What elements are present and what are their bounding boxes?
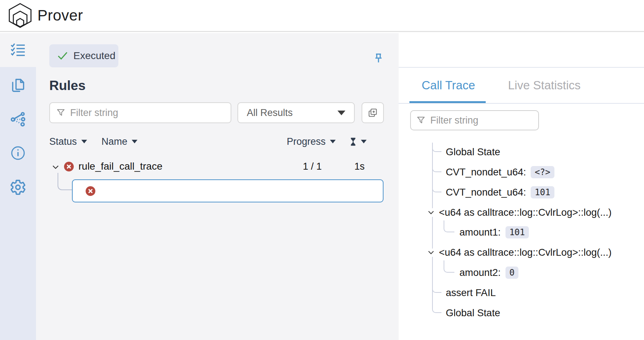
sidebar-item-files[interactable] bbox=[0, 68, 36, 103]
node-value-badge: 0 bbox=[505, 267, 518, 279]
checklist-icon bbox=[10, 42, 26, 58]
tree-branch bbox=[432, 166, 441, 172]
tabbar-border bbox=[399, 103, 644, 104]
chevron-down-icon[interactable] bbox=[428, 251, 434, 254]
tab-live-statistics[interactable]: Live Statistics bbox=[508, 79, 581, 92]
column-label: Name bbox=[101, 136, 127, 147]
tree-child-connector bbox=[444, 260, 454, 273]
rules-panel: Executed Rules All Results bbox=[36, 33, 399, 340]
sidebar-item-info[interactable] bbox=[0, 136, 36, 170]
sort-caret-icon bbox=[81, 140, 87, 143]
prover-logo bbox=[7, 3, 33, 28]
tree-line bbox=[432, 217, 433, 249]
column-header-progress[interactable]: Progress bbox=[287, 134, 336, 149]
tree-branch bbox=[432, 187, 441, 192]
app-header: Prover bbox=[0, 0, 644, 32]
node-label: <u64 as calltrace::log::CvlrLog>::log(..… bbox=[439, 207, 612, 218]
node-label: assert FAIL bbox=[446, 287, 496, 299]
sidebar-item-rules[interactable] bbox=[0, 33, 36, 67]
results-dropdown-value: All Results bbox=[247, 107, 337, 118]
rules-filter-field bbox=[49, 102, 231, 123]
column-header-duration[interactable] bbox=[350, 134, 367, 149]
tab-call-trace[interactable]: Call Trace bbox=[422, 79, 475, 92]
page-title: Rules bbox=[49, 78, 86, 93]
check-icon bbox=[57, 51, 68, 61]
tree-branch bbox=[432, 287, 441, 293]
sort-caret-icon bbox=[330, 140, 336, 143]
calltrace-panel: Call Trace Live Statistics Global State … bbox=[399, 33, 644, 340]
calltrace-node-expandable[interactable]: <u64 as calltrace::log::CvlrLog>::log(..… bbox=[428, 205, 612, 220]
node-value-badge: <?> bbox=[531, 166, 554, 178]
column-header-status[interactable]: Status bbox=[49, 134, 87, 149]
tree-line bbox=[432, 257, 433, 309]
chevron-down-icon bbox=[337, 111, 345, 115]
node-label: Global State bbox=[446, 307, 500, 319]
node-label: amount1: bbox=[459, 227, 501, 238]
rule-name: rule_fail_call_trace bbox=[78, 161, 162, 172]
icon-sidebar bbox=[0, 33, 36, 340]
share-graph-icon bbox=[10, 111, 26, 127]
calltrace-node-child[interactable]: amount1: 101 bbox=[459, 224, 529, 240]
error-status-icon bbox=[86, 186, 95, 196]
calltrace-node-expandable[interactable]: <u64 as calltrace::log::CvlrLog>::log(..… bbox=[428, 245, 612, 260]
copy-plus-icon bbox=[368, 108, 378, 118]
node-value-badge: 101 bbox=[531, 186, 554, 198]
group-rules-button[interactable] bbox=[362, 102, 384, 123]
tree-branch bbox=[432, 146, 441, 152]
sort-caret-icon bbox=[361, 140, 367, 143]
hourglass-icon bbox=[350, 137, 357, 146]
column-header-name[interactable]: Name bbox=[101, 134, 137, 149]
rule-progress: 1 / 1 bbox=[299, 161, 326, 172]
pin-button[interactable] bbox=[370, 49, 387, 68]
panel-divider bbox=[399, 67, 644, 68]
tree-connector bbox=[58, 173, 73, 190]
results-dropdown[interactable]: All Results bbox=[237, 102, 355, 123]
calltrace-node[interactable]: assert FAIL bbox=[446, 285, 496, 301]
column-label: Status bbox=[49, 136, 77, 147]
sidebar-item-graph[interactable] bbox=[0, 102, 36, 136]
node-label: CVT_nondet_u64: bbox=[446, 187, 526, 198]
chevron-down-icon[interactable] bbox=[428, 211, 434, 214]
calltrace-node[interactable]: Global State bbox=[446, 305, 500, 321]
tree-child-connector bbox=[444, 220, 454, 232]
calltrace-node-child[interactable]: amount2: 0 bbox=[459, 265, 518, 281]
node-label: amount2: bbox=[459, 267, 501, 278]
calltrace-filter-field bbox=[410, 110, 539, 130]
sort-caret-icon bbox=[132, 140, 137, 143]
rules-filter-input[interactable] bbox=[70, 107, 224, 118]
node-label: Global State bbox=[446, 146, 500, 158]
rule-duration: 1s bbox=[354, 161, 365, 172]
funnel-icon bbox=[417, 116, 425, 125]
gear-icon bbox=[10, 179, 26, 196]
app-title: Prover bbox=[37, 7, 83, 24]
node-label: <u64 as calltrace::log::CvlrLog>::log(..… bbox=[439, 247, 612, 258]
info-icon bbox=[10, 145, 26, 161]
funnel-icon bbox=[56, 108, 65, 117]
pin-icon bbox=[374, 53, 383, 64]
node-label: CVT_nondet_u64: bbox=[446, 166, 526, 178]
calltrace-node[interactable]: CVT_nondet_u64: <?> bbox=[446, 164, 554, 180]
status-badge: Executed bbox=[49, 44, 118, 67]
files-icon bbox=[10, 77, 26, 93]
tree-branch bbox=[432, 307, 441, 313]
chevron-down-icon[interactable] bbox=[53, 165, 59, 169]
calltrace-node[interactable]: Global State bbox=[446, 144, 500, 160]
node-value-badge: 101 bbox=[505, 226, 529, 238]
calltrace-node[interactable]: CVT_nondet_u64: 101 bbox=[446, 184, 554, 200]
status-badge-label: Executed bbox=[73, 50, 115, 62]
column-label: Progress bbox=[287, 136, 326, 147]
assert-result-item-selected[interactable] bbox=[72, 179, 384, 202]
tree-line bbox=[432, 143, 433, 208]
error-status-icon bbox=[64, 162, 74, 171]
app-root: Prover bbox=[0, 0, 644, 340]
calltrace-filter-input[interactable] bbox=[430, 115, 532, 126]
table-row-rule[interactable]: rule_fail_call_trace 1 / 1 1s bbox=[36, 159, 399, 175]
sidebar-item-settings[interactable] bbox=[0, 170, 36, 205]
